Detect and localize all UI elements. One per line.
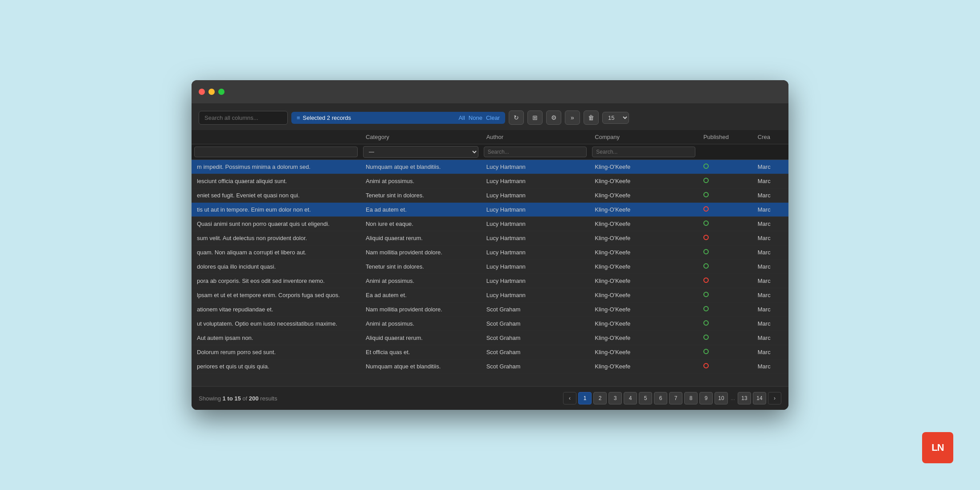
table-row[interactable]: dolores quia illo incidunt quasi. Tenetu… bbox=[192, 260, 788, 274]
filter-company-input[interactable] bbox=[592, 147, 695, 157]
table-row[interactable]: Dolorum rerum porro sed sunt. Et officia… bbox=[192, 345, 788, 359]
published-dot bbox=[703, 335, 709, 340]
table-row[interactable]: quam. Non aliquam a corrupti et libero a… bbox=[192, 245, 788, 260]
page-button-14[interactable]: 14 bbox=[753, 392, 766, 404]
cell-company: Kling-O'Keefe bbox=[589, 345, 698, 359]
page-button-13[interactable]: 13 bbox=[738, 392, 751, 404]
filter-cell-category: — bbox=[360, 144, 481, 160]
refresh-button[interactable]: ↻ bbox=[509, 110, 524, 125]
filter-button[interactable]: ⚙ bbox=[546, 110, 561, 125]
filter-title-input[interactable] bbox=[194, 147, 358, 157]
page-button-7[interactable]: 7 bbox=[669, 392, 682, 404]
table-row[interactable]: eniet sed fugit. Eveniet et quasi non qu… bbox=[192, 188, 788, 203]
table-wrapper: Category Author Company Published Crea — bbox=[192, 130, 788, 386]
filter-cell-author bbox=[481, 144, 590, 160]
page-button-2[interactable]: 2 bbox=[593, 392, 607, 404]
cell-category: Animi at possimus. bbox=[360, 174, 481, 188]
cell-company: Kling-O'Keefe bbox=[589, 188, 698, 203]
select-clear-link[interactable]: Clear bbox=[486, 114, 500, 121]
filter-author-input[interactable] bbox=[484, 147, 587, 157]
cell-created: Marc bbox=[752, 317, 788, 331]
page-size-select[interactable]: 15 25 50 100 bbox=[602, 112, 629, 124]
table-row[interactable]: lpsam et ut et et tempore enim. Corporis… bbox=[192, 288, 788, 302]
page-button-3[interactable]: 3 bbox=[608, 392, 622, 404]
page-button-1[interactable]: 1 bbox=[578, 392, 592, 404]
cell-category: Nam mollitia provident dolore. bbox=[360, 302, 481, 317]
page-button-10[interactable]: 10 bbox=[715, 392, 728, 404]
cell-category: Ea ad autem et. bbox=[360, 288, 481, 302]
col-header-published[interactable]: Published bbox=[698, 130, 752, 144]
next-page-button[interactable]: › bbox=[768, 392, 781, 404]
table-row[interactable]: Quasi animi sunt non porro quaerat quis … bbox=[192, 217, 788, 231]
published-dot bbox=[703, 163, 709, 169]
filter-cell-title bbox=[192, 144, 360, 160]
table-row[interactable]: tis ut aut in tempore. Enim eum dolor no… bbox=[192, 203, 788, 217]
col-header-created[interactable]: Crea bbox=[752, 130, 788, 144]
cell-category: Animi at possimus. bbox=[360, 317, 481, 331]
cell-author: Lucy Hartmann bbox=[481, 160, 590, 174]
filter-category-select[interactable]: — bbox=[363, 146, 478, 158]
cell-published bbox=[698, 302, 752, 317]
page-button-9[interactable]: 9 bbox=[699, 392, 713, 404]
cell-author: Lucy Hartmann bbox=[481, 203, 590, 217]
select-all-link[interactable]: All bbox=[458, 114, 465, 121]
cell-created: Marc bbox=[752, 160, 788, 174]
published-dot bbox=[703, 263, 709, 269]
page-button-4[interactable]: 4 bbox=[624, 392, 637, 404]
table-row[interactable]: pora ab corporis. Sit eos odit sed inven… bbox=[192, 274, 788, 288]
prev-page-button[interactable]: ‹ bbox=[563, 392, 576, 404]
cell-company: Kling-O'Keefe bbox=[589, 331, 698, 345]
maximize-button[interactable] bbox=[218, 89, 225, 95]
cell-created: Marc bbox=[752, 231, 788, 245]
cell-title: lesciunt officia quaerat aliquid sunt. bbox=[192, 174, 360, 188]
col-header-company[interactable]: Company bbox=[589, 130, 698, 144]
page-button-5[interactable]: 5 bbox=[639, 392, 652, 404]
table-row[interactable]: ationem vitae repudiandae et. Nam mollit… bbox=[192, 302, 788, 317]
trash-icon: 🗑 bbox=[588, 114, 594, 121]
table-row[interactable]: ut voluptatem. Optio eum iusto necessita… bbox=[192, 317, 788, 331]
cell-title: sum velit. Aut delectus non provident do… bbox=[192, 231, 360, 245]
published-dot bbox=[703, 320, 709, 326]
app-window: ≡ Selected 2 records All None Clear ↻ ⊞ … bbox=[192, 80, 788, 410]
select-none-link[interactable]: None bbox=[469, 114, 482, 121]
cell-category: Ea ad autem et. bbox=[360, 203, 481, 217]
page-button-6[interactable]: 6 bbox=[654, 392, 667, 404]
col-header-author[interactable]: Author bbox=[481, 130, 590, 144]
cell-company: Kling-O'Keefe bbox=[589, 217, 698, 231]
cell-company: Kling-O'Keefe bbox=[589, 231, 698, 245]
published-dot bbox=[703, 249, 709, 254]
col-header-category[interactable]: Category bbox=[360, 130, 481, 144]
published-dot bbox=[703, 220, 709, 226]
cell-title: tis ut aut in tempore. Enim eum dolor no… bbox=[192, 203, 360, 217]
table-row[interactable]: lesciunt officia quaerat aliquid sunt. A… bbox=[192, 174, 788, 188]
table-row[interactable]: sum velit. Aut delectus non provident do… bbox=[192, 231, 788, 245]
cell-company: Kling-O'Keefe bbox=[589, 260, 698, 274]
cell-created: Marc bbox=[752, 188, 788, 203]
cell-published bbox=[698, 231, 752, 245]
table-row[interactable]: Aut autem ipsam non. Aliquid quaerat rer… bbox=[192, 331, 788, 345]
columns-button[interactable]: ⊞ bbox=[527, 110, 543, 125]
delete-button[interactable]: 🗑 bbox=[584, 110, 599, 125]
cell-author: Scot Graham bbox=[481, 359, 590, 374]
expand-icon: » bbox=[571, 114, 574, 121]
col-header-title[interactable] bbox=[192, 130, 360, 144]
cell-published bbox=[698, 188, 752, 203]
table-body: m impedit. Possimus minima a dolorum sed… bbox=[192, 160, 788, 374]
table-row[interactable]: m impedit. Possimus minima a dolorum sed… bbox=[192, 160, 788, 174]
cell-published bbox=[698, 359, 752, 374]
expand-button[interactable]: » bbox=[565, 110, 580, 125]
published-dot bbox=[703, 178, 709, 183]
cell-title: lpsam et ut et et tempore enim. Corporis… bbox=[192, 288, 360, 302]
cell-author: Lucy Hartmann bbox=[481, 274, 590, 288]
table-row[interactable]: periores et quis ut quis quia. Numquam a… bbox=[192, 359, 788, 374]
cell-author: Scot Graham bbox=[481, 302, 590, 317]
selection-links: All None Clear bbox=[458, 114, 500, 121]
published-dot bbox=[703, 235, 709, 240]
page-button-8[interactable]: 8 bbox=[684, 392, 698, 404]
cell-author: Lucy Hartmann bbox=[481, 245, 590, 260]
search-input[interactable] bbox=[199, 111, 288, 125]
cell-created: Marc bbox=[752, 288, 788, 302]
filter-row: — bbox=[192, 144, 788, 160]
close-button[interactable] bbox=[199, 89, 205, 95]
minimize-button[interactable] bbox=[208, 89, 215, 95]
